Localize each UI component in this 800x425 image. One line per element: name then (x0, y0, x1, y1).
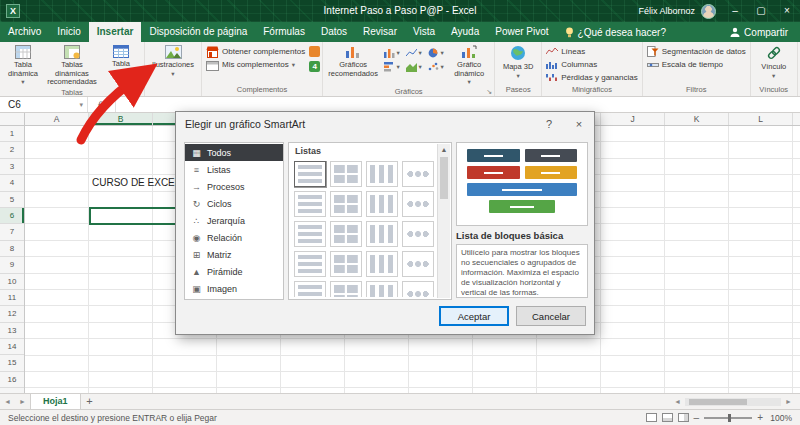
pivot-chart-button[interactable]: Gráfico dinámico ▾ (446, 43, 492, 86)
row-header-6[interactable]: 6 (0, 208, 24, 224)
sparkline-winloss-button[interactable]: Pérdidas y ganancias (544, 71, 640, 84)
row-header-7[interactable]: 7 (0, 224, 24, 240)
smartart-thumbnail[interactable] (330, 191, 362, 217)
row-header-15[interactable]: 15 (0, 355, 24, 371)
sheet-nav-left-icon[interactable]: ◄ (0, 394, 15, 409)
hscroll-thumb[interactable] (689, 399, 747, 405)
smartart-thumbnail[interactable] (330, 161, 362, 187)
column-header-J[interactable]: J (601, 113, 665, 125)
column-header-B[interactable]: B (89, 113, 153, 125)
hscroll-left-icon[interactable]: ◄ (670, 394, 685, 409)
zoom-out-button[interactable]: – (694, 411, 700, 425)
column-header-A[interactable]: A (25, 113, 89, 125)
link-button[interactable]: Vínculo ▾ (753, 43, 795, 84)
dialog-titlebar[interactable]: Elegir un gráfico SmartArt ? × (176, 112, 594, 136)
smartart-thumbnail[interactable] (294, 221, 326, 247)
smartart-thumbnail[interactable] (366, 221, 398, 247)
ribbon-tab-inicio[interactable]: Inicio (49, 22, 88, 42)
sheet-nav-right-icon[interactable]: ► (15, 394, 30, 409)
column-header-K[interactable]: K (665, 113, 729, 125)
hscroll-right-icon[interactable]: ► (781, 394, 796, 409)
smartart-thumbnail[interactable] (330, 281, 362, 297)
smartart-category-relación[interactable]: ◉Relación (185, 229, 283, 246)
smartart-thumbnail[interactable] (402, 251, 434, 277)
accept-button[interactable]: Aceptar (439, 306, 509, 326)
row-header-10[interactable]: 10 (0, 274, 24, 290)
share-button[interactable]: Compartir (718, 22, 800, 42)
ribbon-tab-power-pivot[interactable]: Power Pivot (487, 22, 556, 42)
row-header-4[interactable]: 4 (0, 175, 24, 191)
ribbon-tab-ayuda[interactable]: Ayuda (443, 22, 487, 42)
smartart-thumbnail[interactable] (366, 191, 398, 217)
map-3d-button[interactable]: Mapa 3D ▾ (497, 43, 539, 84)
row-header-14[interactable]: 14 (0, 339, 24, 355)
smartart-thumbnail[interactable] (366, 251, 398, 277)
normal-view-icon[interactable] (646, 413, 657, 422)
gallery-scrollbar[interactable]: ▲ (437, 144, 450, 298)
tell-me-search[interactable]: ¿Qué desea hacer? (557, 22, 674, 42)
timeline-button[interactable]: Escala de tiempo (645, 58, 748, 71)
recent-addin-icon[interactable] (309, 46, 320, 57)
smartart-thumbnail[interactable] (330, 251, 362, 277)
row-header-5[interactable]: 5 (0, 192, 24, 208)
add-sheet-button[interactable]: + (81, 394, 99, 409)
ribbon-tab-fórmulas[interactable]: Fórmulas (255, 22, 313, 42)
smartart-thumbnail[interactable] (294, 281, 326, 297)
close-button[interactable]: × (774, 0, 800, 22)
smartart-thumbnail[interactable] (330, 221, 362, 247)
bar-chart-button[interactable]: ▾ (381, 60, 402, 73)
insert-table-button[interactable]: Tabla (100, 43, 142, 87)
row-header-16[interactable]: 16 (0, 372, 24, 388)
select-all-corner[interactable] (0, 113, 25, 126)
cancel-button[interactable]: Cancelar (516, 306, 586, 326)
row-header-13[interactable]: 13 (0, 323, 24, 339)
pivot-table-button[interactable]: Tabla dinámica ▾ (2, 43, 44, 87)
get-addins-button[interactable]: Obtener complementos (204, 45, 307, 58)
smartart-thumbnail[interactable] (402, 191, 434, 217)
dialog-close-button[interactable]: × (564, 112, 594, 136)
line-chart-button[interactable]: ▾ (403, 46, 424, 59)
restore-button[interactable]: ▢ (748, 0, 774, 22)
row-header-11[interactable]: 11 (0, 290, 24, 306)
smartart-thumbnail[interactable] (366, 281, 398, 297)
ribbon-tab-insertar[interactable]: Insertar (89, 22, 142, 42)
illustrations-button[interactable]: Ilustraciones ▾ (147, 43, 199, 96)
page-break-view-icon[interactable] (678, 413, 689, 422)
pie-chart-button[interactable]: ▾ (425, 46, 446, 59)
row-header-8[interactable]: 8 (0, 241, 24, 257)
ribbon-tab-archivo[interactable]: Archivo (0, 22, 49, 42)
smartart-category-pirámide[interactable]: ▲Pirámide (185, 263, 283, 280)
smartart-thumbnail[interactable] (366, 161, 398, 187)
sparkline-column-button[interactable]: Columnas (544, 58, 640, 71)
smartart-category-todos[interactable]: ▦Todos (185, 144, 283, 161)
smartart-thumbnail[interactable] (294, 251, 326, 277)
ribbon-tab-vista[interactable]: Vista (405, 22, 443, 42)
scrollbar-thumb[interactable] (440, 157, 448, 199)
smartart-category-matriz[interactable]: ⊞Matriz (185, 246, 283, 263)
my-addins-button[interactable]: Mis complementos ▾ (204, 58, 307, 71)
smartart-thumbnail[interactable] (402, 221, 434, 247)
row-header-3[interactable]: 3 (0, 159, 24, 175)
addin-badge-icon[interactable]: 4 (309, 61, 320, 72)
row-header-12[interactable]: 12 (0, 306, 24, 322)
row-header-9[interactable]: 9 (0, 257, 24, 273)
smartart-thumbnail[interactable] (402, 281, 434, 297)
sparkline-line-button[interactable]: Líneas (544, 45, 640, 58)
page-layout-view-icon[interactable] (662, 413, 673, 422)
row-header-2[interactable]: 2 (0, 142, 24, 158)
scroll-up-icon[interactable]: ▲ (438, 144, 450, 156)
area-chart-button[interactable]: ▾ (403, 60, 424, 73)
horizontal-scrollbar[interactable]: ◄ ► (670, 394, 800, 409)
recommended-charts-button[interactable]: Gráficos recomendados (325, 43, 381, 86)
dialog-help-button[interactable]: ? (534, 112, 564, 136)
smartart-category-imagen[interactable]: ▣Imagen (185, 280, 283, 297)
smartart-thumbnail[interactable] (294, 161, 326, 187)
smartart-category-ciclos[interactable]: ↻Ciclos (185, 195, 283, 212)
ribbon-tab-disposición-de-página[interactable]: Disposición de página (141, 22, 255, 42)
slicer-button[interactable]: Segmentación de datos (645, 45, 748, 58)
row-header-1[interactable]: 1 (0, 126, 24, 142)
minimize-button[interactable]: – (722, 0, 748, 22)
column-chart-button[interactable]: ▾ (381, 46, 402, 59)
dialog-launcher-icon[interactable]: ↘ (486, 87, 492, 97)
smartart-thumbnail[interactable] (402, 161, 434, 187)
